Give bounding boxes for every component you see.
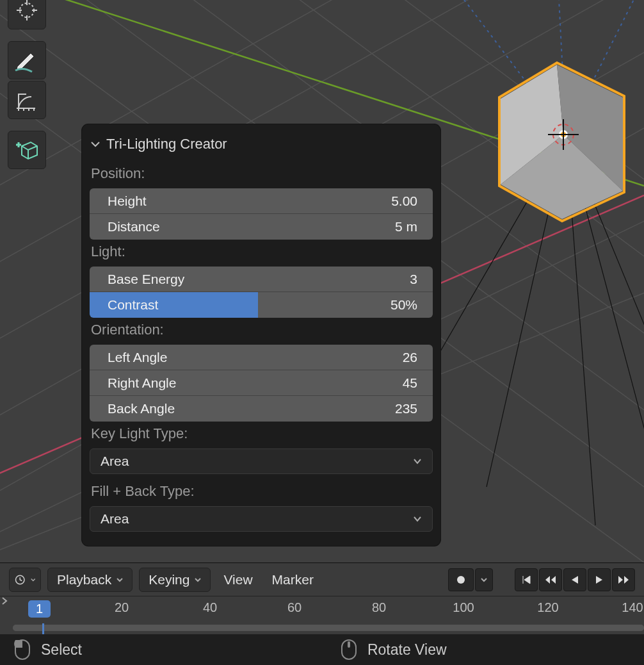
svg-rect-48 (348, 641, 350, 648)
field-left-angle[interactable]: Left Angle 26 (90, 345, 433, 370)
clock-icon (15, 573, 26, 587)
view-menu[interactable]: View (217, 572, 259, 587)
chevron-down-icon (117, 577, 123, 583)
ruler-tick: 140 (622, 600, 643, 615)
chevron-down-icon (413, 514, 422, 523)
field-value: 5.00 (391, 193, 417, 209)
play-reverse-icon (570, 575, 579, 585)
jump-to-start-button[interactable] (515, 568, 538, 591)
ruler-tick: 80 (372, 600, 386, 615)
add-cube-icon (14, 137, 40, 163)
field-value: 235 (395, 401, 417, 416)
mouse-middle-icon (341, 639, 357, 661)
field-contrast[interactable]: Contrast 50% (90, 292, 433, 318)
status-left: Select (0, 639, 96, 661)
field-height[interactable]: Height 5.00 (90, 188, 433, 214)
expand-icon[interactable] (0, 596, 9, 605)
dropdown-value: Area (101, 454, 129, 469)
chevron-down-icon (31, 577, 36, 583)
viewport-3d[interactable]: Tri-Lighting Creator Position: Height 5.… (0, 0, 644, 562)
playback-controls (515, 568, 635, 591)
auto-keying-options[interactable] (475, 568, 493, 591)
field-label: Back Angle (108, 401, 175, 416)
chevron-down-icon (195, 577, 201, 583)
left-toolbar (8, 0, 46, 169)
play-reverse-button[interactable] (563, 568, 586, 591)
ruler-tick: 120 (537, 600, 558, 615)
field-value: 3 (410, 272, 417, 287)
field-value: 50% (390, 297, 417, 313)
panel-header[interactable]: Tri-Lighting Creator (90, 135, 433, 161)
menu-label: Keying (149, 572, 189, 587)
field-back-angle[interactable]: Back Angle 235 (90, 396, 433, 422)
field-label: Base Energy (108, 272, 184, 287)
next-keyframe-icon (618, 575, 629, 585)
keying-menu[interactable]: Keying (139, 568, 211, 592)
ruler-tick: 100 (453, 600, 474, 615)
svg-point-45 (457, 576, 465, 584)
status-bar: Select Rotate View (0, 634, 644, 665)
menu-label: Playback (57, 572, 111, 587)
transform-tool-button[interactable] (8, 0, 46, 29)
play-icon (595, 575, 604, 585)
auto-keying-group (448, 568, 493, 591)
panel-title: Tri-Lighting Creator (106, 136, 227, 152)
pencil-icon (14, 47, 40, 73)
status-right: Rotate View (326, 639, 461, 661)
section-label-orientation: Orientation: (90, 318, 433, 345)
marker-menu[interactable]: Marker (266, 572, 320, 587)
auto-keying-toggle[interactable] (448, 568, 474, 591)
selected-cube-object[interactable] (493, 58, 634, 224)
field-value: 5 m (395, 219, 417, 234)
field-value: 45 (403, 375, 417, 391)
skip-start-icon (521, 575, 531, 585)
section-label-fill-type: Fill + Back Type: (90, 474, 433, 506)
add-cube-tool-button[interactable] (8, 131, 46, 169)
field-label: Right Angle (108, 375, 176, 391)
timeline-header: Playback Keying View Marker (0, 563, 644, 596)
ruler-icon (15, 88, 39, 112)
jump-prev-keyframe-button[interactable] (539, 568, 562, 591)
ruler-tick: 40 (203, 600, 217, 615)
play-button[interactable] (588, 568, 611, 591)
timeline-area: Playback Keying View Marker (0, 562, 644, 665)
field-base-energy[interactable]: Base Energy 3 (90, 267, 433, 292)
record-icon (456, 575, 465, 584)
field-label: Height (108, 193, 147, 209)
field-label: Left Angle (108, 350, 167, 365)
section-label-key-type: Key Light Type: (90, 422, 433, 448)
chevron-down-icon (413, 457, 422, 466)
status-text: Rotate View (367, 641, 447, 659)
annotate-tool-button[interactable] (8, 41, 46, 79)
section-label-position: Position: (90, 161, 433, 188)
field-value: 26 (403, 350, 417, 365)
current-frame-indicator[interactable]: 1 (28, 600, 51, 618)
status-text: Select (41, 641, 82, 659)
timeline-scrollbar[interactable] (13, 625, 644, 631)
mouse-left-icon (14, 639, 31, 661)
playback-menu[interactable]: Playback (47, 568, 133, 592)
dropdown-value: Area (101, 511, 129, 527)
section-label-light: Light: (90, 240, 433, 267)
chevron-down-icon (481, 577, 487, 583)
jump-next-keyframe-button[interactable] (612, 568, 635, 591)
chevron-down-icon (90, 138, 101, 150)
svg-point-32 (20, 3, 34, 17)
timeline-editor-type-button[interactable] (9, 568, 41, 592)
field-label: Distance (108, 219, 160, 234)
prev-keyframe-icon (545, 575, 556, 585)
dropdown-fill-back-type[interactable]: Area (90, 506, 433, 532)
measure-tool-button[interactable] (8, 81, 46, 119)
field-label: Contrast (108, 297, 158, 313)
dropdown-key-light-type[interactable]: Area (90, 448, 433, 474)
field-right-angle[interactable]: Right Angle 45 (90, 370, 433, 396)
field-distance[interactable]: Distance 5 m (90, 214, 433, 240)
timeline-ruler[interactable]: 1 20 40 60 80 100 120 140 (0, 596, 644, 635)
transform-gizmo-icon (15, 0, 38, 22)
ruler-tick: 20 (115, 600, 129, 615)
operator-panel: Tri-Lighting Creator Position: Height 5.… (82, 124, 440, 546)
ruler-tick: 60 (287, 600, 302, 615)
